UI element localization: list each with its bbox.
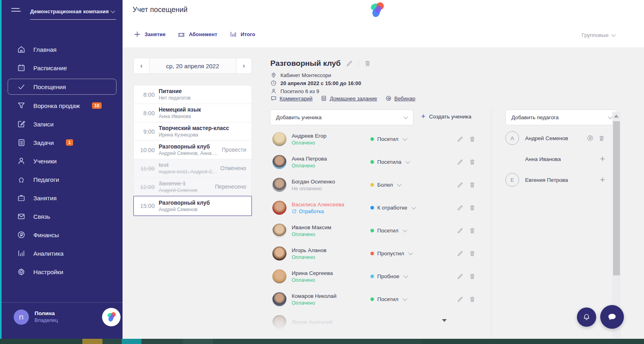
scrollbar[interactable] — [612, 112, 621, 338]
person-icon — [270, 88, 277, 94]
homework-link[interactable]: Домашнее задание — [321, 95, 377, 102]
edit-student-button[interactable] — [457, 159, 464, 165]
menu-toggle-icon[interactable] — [10, 6, 22, 14]
add-lesson-button[interactable]: Занятие — [133, 31, 166, 38]
remove-teacher-button[interactable] — [598, 135, 605, 142]
delete-student-button[interactable] — [469, 227, 476, 234]
notifications-button[interactable] — [577, 307, 596, 327]
student-name[interactable]: Андреев Егор — [292, 133, 370, 139]
sidebar-item-finance[interactable]: Финансы — [2, 226, 123, 244]
teacher-name[interactable]: Андрей Семенов — [525, 135, 587, 141]
teacher-name[interactable]: Евгения Петрова — [525, 177, 600, 183]
edit-student-button[interactable] — [457, 181, 464, 188]
edit-student-button[interactable] — [457, 296, 464, 303]
chat-button[interactable] — [600, 305, 624, 329]
user-avatar[interactable]: П — [14, 309, 29, 325]
edit-student-button[interactable] — [457, 136, 464, 142]
student-name[interactable]: Игорь Аланов — [292, 247, 370, 253]
student-name[interactable]: Липов Анатолий — [292, 319, 370, 325]
schedule-row[interactable]: 9:00 Творческий мастер-класс Ирина Кузне… — [134, 122, 251, 141]
attendance-status-dropdown[interactable]: Пропустил — [370, 250, 431, 256]
sidebar-item-analytics[interactable]: Аналитика — [2, 244, 123, 263]
delete-student-button[interactable] — [469, 159, 476, 165]
schedule-row[interactable]: 10:00 Разговорный клуб Андрей Семенов, А… — [134, 141, 251, 159]
add-student-select[interactable]: Добавить ученика — [270, 110, 413, 125]
lesson-teachers: Ирина Кузнецова — [159, 132, 251, 138]
schedule-row-moved[interactable]: 12:00 Занятие 1 Андрей Семенов Перенесен… — [134, 178, 251, 196]
company-selector[interactable]: Демонстрационная компания — [30, 3, 116, 20]
comment-link[interactable]: Комментарий — [270, 95, 313, 102]
edit-student-button[interactable] — [457, 227, 464, 234]
student-name[interactable]: Иванов Максим — [292, 224, 370, 230]
sidebar-item-schedule[interactable]: Расписание — [2, 59, 123, 77]
teacher-payment-button[interactable] — [587, 134, 594, 142]
schedule-row[interactable]: 8:00 Немецкий язык Анна Иванова — [134, 104, 251, 122]
current-date[interactable]: ср, 20 апреля 2022 — [149, 58, 236, 74]
edit-student-button[interactable] — [457, 250, 464, 257]
attendance-status-dropdown[interactable]: К отработке — [370, 205, 431, 211]
student-name[interactable]: Комаров Николай — [292, 293, 370, 299]
attendance-status-dropdown[interactable]: Посетил — [370, 228, 431, 234]
lesson-teachers: Андрей Семенов — [159, 187, 213, 193]
teacher-row: Анна Иванова + — [505, 149, 606, 169]
add-teacher-select[interactable]: Добавить педагога — [505, 110, 618, 125]
conduct-lesson-button[interactable]: Провести — [219, 147, 251, 153]
toolbar: Занятие Абонемент Итого — [133, 31, 255, 38]
sidebar-item-settings[interactable]: Настройки — [2, 263, 123, 281]
add-teacher-button[interactable]: + — [600, 155, 605, 163]
edit-student-button[interactable] — [457, 273, 464, 280]
sidebar-item-tasks[interactable]: Задачи 1 — [2, 133, 123, 152]
lesson-teachers: Андрей Семенов, Анна Иванова... — [159, 151, 219, 156]
pass-button[interactable]: Абонемент — [178, 31, 217, 38]
delete-student-button[interactable] — [469, 204, 476, 211]
schedule-row[interactable]: 8:00 Питание Нет педагогов — [134, 85, 251, 104]
status-label: Посетила — [377, 159, 401, 165]
app-logo[interactable] — [102, 308, 121, 326]
sidebar-item-teachers[interactable]: Педагоги — [2, 170, 123, 189]
student-name[interactable]: Анна Петрова — [292, 156, 370, 162]
delete-student-button[interactable] — [469, 136, 476, 142]
location-icon — [270, 72, 277, 78]
delete-student-button[interactable] — [469, 181, 476, 188]
delete-student-button[interactable] — [469, 250, 476, 257]
next-day-button[interactable]: › — [236, 58, 252, 74]
attendance-status-dropdown[interactable]: Посетил — [370, 296, 431, 302]
sidebar-item-sales-funnel[interactable]: Воронка продаж 10 — [2, 96, 123, 115]
schedule-row-selected[interactable]: 15:00 Разговорный клуб Андрей Семенов — [133, 196, 252, 216]
scroll-down-icon[interactable] — [442, 319, 447, 322]
sidebar-item-attendance[interactable]: Посещения — [8, 79, 117, 95]
group-type-filter[interactable]: Групповые — [582, 32, 615, 38]
lesson-teachers: педагог test1, Андрей Семенов — [159, 169, 218, 175]
add-teacher-button[interactable]: + — [600, 175, 605, 184]
delete-student-button[interactable] — [469, 296, 476, 303]
rework-link[interactable]: Отработка — [292, 209, 370, 214]
prev-day-button[interactable]: ‹ — [133, 58, 149, 74]
teacher-avatar — [505, 152, 519, 166]
edit-lesson-button[interactable] — [346, 60, 353, 67]
create-student-button[interactable]: + Создать ученика — [421, 113, 471, 120]
sidebar-item-students[interactable]: Ученики — [2, 152, 123, 170]
delete-student-button[interactable] — [469, 273, 476, 280]
scroll-up-icon[interactable] — [614, 114, 619, 118]
attendance-status-dropdown[interactable]: Посетила — [370, 159, 431, 165]
attendance-status-dropdown[interactable]: Болел — [370, 182, 431, 188]
attendance-status-dropdown[interactable]: Пробное — [370, 273, 431, 279]
total-button[interactable]: Итого — [229, 31, 256, 38]
sidebar-item-lessons[interactable]: Занятия — [2, 189, 123, 207]
delete-lesson-button[interactable] — [364, 60, 371, 67]
webinar-link[interactable]: Вебинар — [385, 95, 415, 102]
student-avatar — [272, 132, 286, 146]
student-name[interactable]: Богдан Осипенко — [292, 179, 370, 185]
chart-icon — [17, 249, 26, 258]
sidebar-item-home[interactable]: Главная — [2, 40, 123, 59]
status-dot — [370, 137, 374, 141]
sidebar-item-records[interactable]: Записи — [2, 115, 123, 133]
edit-student-button[interactable] — [457, 204, 464, 211]
attendance-status-dropdown[interactable]: Посетил — [370, 136, 431, 142]
student-name[interactable]: Ирина Сергеева — [292, 270, 370, 276]
scrollbar-thumb[interactable] — [613, 121, 620, 275]
student-name[interactable]: Василиса Алексеева — [292, 202, 370, 208]
sidebar-item-communication[interactable]: Связь — [2, 207, 123, 226]
schedule-row-cancelled[interactable]: 11:00 test педагог test1, Андрей Семенов… — [134, 159, 251, 178]
teacher-name[interactable]: Анна Иванова — [525, 156, 600, 162]
